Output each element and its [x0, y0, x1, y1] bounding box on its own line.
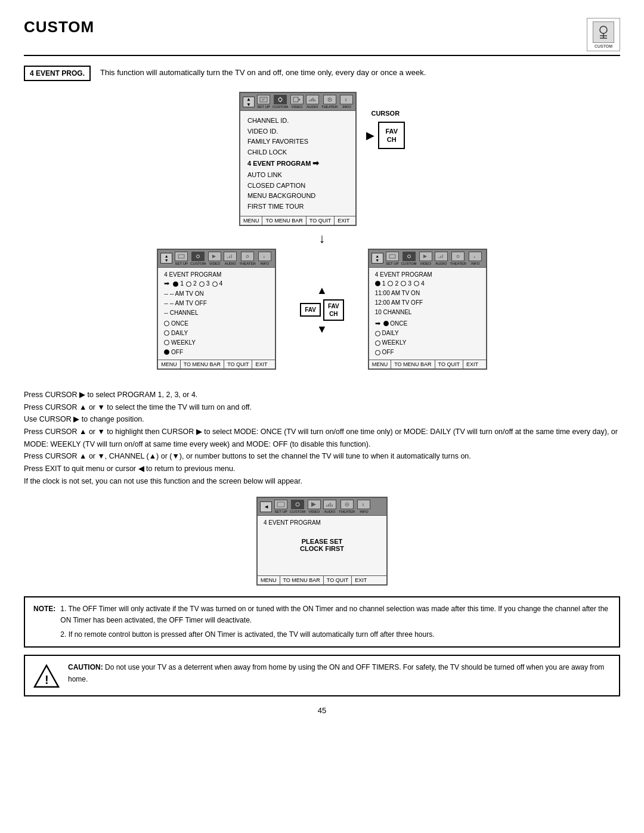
- left-program-row: ➡ 1 2 3 4: [164, 280, 269, 287]
- svg-rect-27: [389, 255, 395, 258]
- svg-point-36: [296, 503, 299, 506]
- left-modes: ONCE DAILY WEEKLY OFF: [164, 319, 269, 357]
- menu-icon-custom: CUSTOM: [273, 95, 288, 109]
- svg-text:i: i: [363, 503, 364, 507]
- nav-arrow-box: ▲▼: [243, 97, 255, 107]
- svg-text:i: i: [345, 97, 346, 103]
- right-panel-menu: ▲▼ SET UP CUSTOM VIDEO: [368, 249, 487, 370]
- note-content: 1. The OFF Timer will only activate if t…: [60, 603, 611, 640]
- page-header: CUSTOM CUSTOM: [24, 18, 620, 56]
- caution-label: CAUTION:: [68, 663, 103, 671]
- instructions-block: Press CURSOR ▶ to select PROGRAM 1, 2, 3…: [24, 389, 620, 487]
- fav-ch-pair-left: FAV FAV CH: [300, 299, 343, 321]
- svg-point-33: [457, 255, 459, 258]
- custom-icon-label: CUSTOM: [595, 44, 612, 48]
- svg-point-0: [600, 26, 607, 33]
- instruction-5: Press CURSOR ▲ or ▼, CHANNEL (▲) or (▼),…: [24, 450, 620, 463]
- custom-icon-image: [593, 21, 614, 43]
- up-arrow-nav: ▲: [317, 284, 327, 297]
- svg-text:i: i: [474, 255, 475, 259]
- menu-item-first-time-tour: FIRST TIME TOUR: [247, 202, 348, 212]
- menu-item-auto-link: AUTO LINK: [247, 170, 348, 181]
- left-title: 4 EVENT PROGRAM: [164, 271, 269, 278]
- menu-item-event-prog: 4 EVENT PROGRAM ➡: [247, 157, 348, 170]
- lower-panels: ▲▼ SET UP CUSTOM VIDEO: [157, 249, 487, 370]
- menu-item-closed-caption: CLOSED CAPTION: [247, 181, 348, 191]
- menu-icon-theater: THEATER: [321, 95, 338, 109]
- left-panel-wrapper: ▲▼ SET UP CUSTOM VIDEO: [157, 249, 276, 370]
- right-panel-footer: MENU TO MENU BAR TO QUIT EXIT: [369, 360, 486, 368]
- instruction-2: Press CURSOR ▲ or ▼ to select the time t…: [24, 401, 620, 414]
- note-box: NOTE: 1. The OFF Timer will only activat…: [24, 596, 620, 648]
- left-arrow-indicator: ➡: [164, 280, 169, 287]
- clock-section: ◀ SET UP CUSTOM VIDEO AUDIO THEATER: [24, 497, 620, 586]
- ch-label: CH: [387, 136, 397, 143]
- note-item-1: 1. The OFF Timer will only activate if t…: [60, 603, 611, 626]
- clock-menu-footer: MENU TO MENU BAR TO QUIT EXIT: [258, 575, 386, 584]
- caution-box: ! CAUTION: Do not use your TV as a deter…: [24, 655, 620, 696]
- clock-title: 4 EVENT PROGRAM: [264, 519, 380, 526]
- event-prog-label: 4 EVENT PROG.: [24, 66, 91, 81]
- custom-icon-box: CUSTOM: [587, 18, 620, 51]
- instruction-1: Press CURSOR ▶ to select PROGRAM 1, 2, 3…: [24, 389, 620, 401]
- svg-marker-37: [311, 502, 316, 507]
- right-panel-header: ▲▼ SET UP CUSTOM VIDEO: [369, 250, 486, 268]
- svg-rect-4: [260, 97, 267, 102]
- left-panel-menu: ▲▼ SET UP CUSTOM VIDEO: [157, 249, 276, 370]
- svg-point-43: [346, 504, 348, 505]
- svg-point-17: [329, 99, 330, 100]
- svg-rect-10: [293, 97, 298, 102]
- note-label: NOTE:: [33, 603, 55, 640]
- page-number: 45: [24, 706, 620, 715]
- instruction-4: Press CURSOR ▲ or ▼ to highlight then CU…: [24, 426, 620, 450]
- caution-text-block: CAUTION: Do not use your TV as a deterre…: [68, 662, 611, 686]
- left-times: -- -- AM TV ON -- -- AM TV OFF -- CHANNE…: [164, 289, 269, 318]
- right-nav-arrows: ▲▼: [371, 253, 383, 264]
- menu-icon-setup: SET UP: [257, 95, 270, 109]
- right-title: 4 EVENT PROGRAM: [375, 271, 480, 278]
- clock-message-1: PLEASE SET: [264, 538, 380, 545]
- right-panel-content: 4 EVENT PROGRAM 1 2 3 4 11:00 AM TV ON 1…: [369, 268, 486, 360]
- menu-item-channel-id: CHANNEL ID.: [247, 116, 348, 126]
- panel-center-arrows: ▲ FAV FAV CH ▼: [300, 284, 343, 336]
- top-tv-menu: ▲▼ SET UP CUSTOM: [239, 92, 357, 226]
- fav-box-left: FAV: [300, 303, 321, 317]
- down-arrow-nav: ▼: [317, 323, 327, 336]
- svg-point-25: [246, 255, 249, 258]
- main-diagram: ▲▼ SET UP CUSTOM: [24, 92, 620, 379]
- menu-item-family-fav: FAMILY FAVORITES: [247, 137, 348, 147]
- left-panel-footer: MENU TO MENU BAR TO QUIT EXIT: [158, 360, 275, 368]
- clock-message-2: CLOCK FIRST: [264, 545, 380, 552]
- top-menu-content: CHANNEL ID. VIDEO ID. FAMILY FAVORITES C…: [240, 111, 355, 216]
- right-panel-wrapper: ▲▼ SET UP CUSTOM VIDEO: [368, 249, 487, 370]
- svg-point-28: [407, 255, 410, 258]
- svg-marker-21: [212, 255, 216, 258]
- menu-icon-info: i INFO: [340, 95, 353, 109]
- svg-marker-11: [299, 98, 301, 101]
- instruction-6: Press EXIT to quit menu or cursor ◀ to r…: [24, 463, 620, 475]
- clock-menu-box: ◀ SET UP CUSTOM VIDEO AUDIO THEATER: [256, 497, 388, 586]
- svg-point-20: [197, 255, 200, 258]
- event-prog-text: This function will automatically turn th…: [100, 66, 426, 77]
- clock-menu-content: 4 EVENT PROGRAM PLEASE SET CLOCK FIRST: [258, 516, 386, 575]
- clock-menu-header: ◀ SET UP CUSTOM VIDEO AUDIO THEATER: [258, 498, 386, 516]
- fav-ch-box: FAV CH: [378, 122, 405, 149]
- svg-point-7: [278, 98, 282, 101]
- menu-icon-video: VIDEO: [290, 95, 304, 109]
- cursor-area: CURSOR ▶ FAV CH: [366, 110, 405, 149]
- ch-box-right: FAV CH: [323, 299, 344, 321]
- fav-label: FAV: [385, 128, 398, 135]
- svg-marker-29: [423, 255, 427, 258]
- svg-text:!: !: [45, 673, 49, 686]
- menu-item-child-lock: CHILD LOCK: [247, 147, 348, 158]
- right-program-row: 1 2 3 4: [375, 280, 480, 287]
- svg-text:i: i: [264, 255, 265, 259]
- right-modes: ➡ ONCE DAILY WEEKLY OFF: [375, 318, 480, 358]
- caution-triangle-icon: !: [33, 663, 60, 689]
- page-title: CUSTOM: [24, 18, 94, 36]
- left-panel-content: 4 EVENT PROGRAM ➡ 1 2 3 4 -- -- AM TV ON…: [158, 268, 275, 360]
- cursor-label: CURSOR: [371, 110, 400, 117]
- event-prog-row: 4 EVENT PROG. This function will automat…: [24, 66, 620, 81]
- left-panel-header: ▲▼ SET UP CUSTOM VIDEO: [158, 250, 275, 268]
- top-menu-wrapper: ▲▼ SET UP CUSTOM: [239, 92, 405, 249]
